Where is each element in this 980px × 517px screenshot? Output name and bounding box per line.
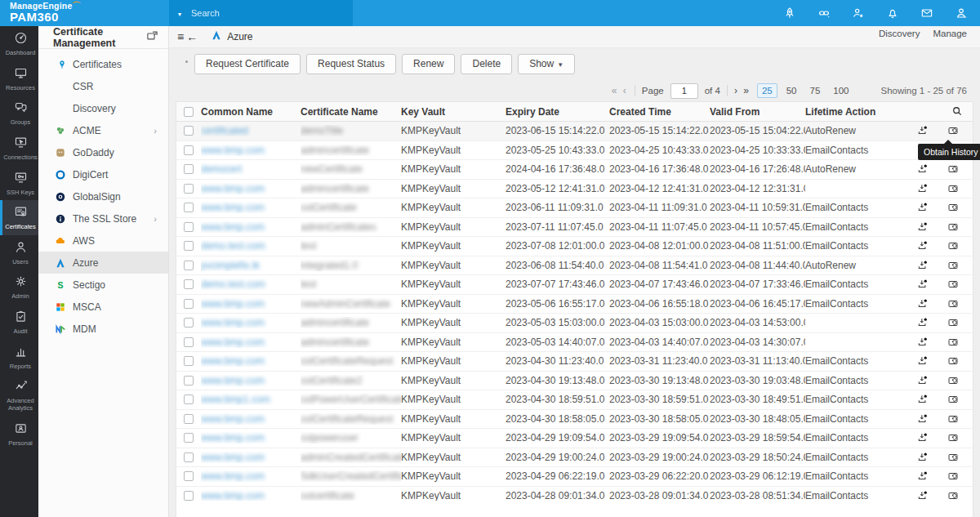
obtain-certificate-icon[interactable] [916, 355, 929, 368]
obtain-certificate-icon[interactable] [916, 240, 929, 252]
mail-icon[interactable] [920, 6, 934, 20]
row-checkbox[interactable] [184, 261, 194, 270]
obtain-history-icon[interactable] [947, 279, 959, 291]
select-all-checkbox[interactable] [184, 107, 194, 117]
common-name-link[interactable]: pvcimplefix.tk [201, 260, 260, 271]
obtain-history-icon[interactable] [947, 355, 959, 368]
discovery-link[interactable]: Discovery [879, 29, 920, 38]
obtain-history-icon[interactable] [947, 240, 959, 252]
popout-window-icon[interactable] [146, 29, 158, 45]
sidebar-item-digicert[interactable]: DigiCert [38, 163, 168, 185]
sidebar-item-certificates[interactable]: Certificates [38, 53, 168, 75]
common-name-link[interactable]: www.bmp.com [201, 221, 265, 233]
rail-item-reports[interactable]: Reports [0, 340, 38, 375]
obtain-certificate-icon[interactable] [916, 470, 929, 483]
obtain-history-icon[interactable] [947, 221, 959, 233]
row-checkbox[interactable] [184, 452, 194, 462]
common-name-link[interactable]: certificated [201, 125, 248, 136]
common-name-link[interactable]: www.bmp.com [201, 145, 265, 156]
search-scope-caret-icon[interactable]: ▾ [178, 11, 181, 18]
row-checkbox[interactable] [184, 318, 194, 328]
obtain-certificate-icon[interactable] [916, 451, 929, 463]
obtain-history-icon[interactable] [947, 489, 959, 501]
common-name-link[interactable]: www.bmp.com [201, 298, 265, 310]
collapse-menu-icon[interactable]: ≡ [177, 30, 184, 43]
row-checkbox[interactable] [184, 376, 194, 386]
obtain-history-icon[interactable] [947, 374, 959, 386]
page-size-25[interactable]: 25 [757, 83, 777, 98]
obtain-history-icon[interactable] [947, 182, 959, 194]
pagination-next-last[interactable]: › » [734, 85, 751, 96]
common-name-link[interactable]: www.bmp.com [201, 202, 265, 213]
column-header-key-vault[interactable]: Key Vault [401, 106, 506, 118]
sidebar-item-azure[interactable]: Azure [38, 252, 168, 274]
link-dropdown-icon[interactable] [817, 6, 831, 20]
common-name-link[interactable]: demo.test.com [201, 279, 265, 290]
sidebar-item-sectigo[interactable]: SSectigo [38, 274, 168, 296]
common-name-link[interactable]: www.bmp1.com [201, 394, 270, 405]
obtain-history-icon[interactable] [947, 470, 959, 483]
obtain-history-icon[interactable] [947, 412, 959, 425]
row-checkbox[interactable] [184, 184, 194, 194]
obtain-certificate-icon[interactable] [916, 489, 929, 501]
pagination-first-prev[interactable]: « ‹ [612, 85, 628, 96]
user-star-icon[interactable] [851, 6, 866, 20]
show-button[interactable]: Show▼ [518, 54, 575, 74]
column-header-expiry-date[interactable]: Expiry Date [506, 106, 609, 118]
row-checkbox[interactable] [184, 471, 194, 481]
request-status-button[interactable]: Request Status [306, 54, 396, 74]
rail-item-advanced-analytics[interactable]: Advanced Analytics [0, 374, 38, 416]
obtain-certificate-icon[interactable] [916, 336, 929, 348]
row-checkbox[interactable] [184, 394, 194, 404]
request-certificate-button[interactable]: Request Certificate [194, 54, 301, 74]
column-header-certificate-name[interactable]: Certificate Name [301, 106, 401, 118]
obtain-certificate-icon[interactable] [916, 279, 929, 291]
rail-item-connections[interactable]: Connections [0, 131, 38, 166]
table-search-icon[interactable] [951, 105, 963, 120]
row-checkbox[interactable] [184, 222, 194, 232]
common-name-link[interactable]: www.bmp.com [201, 413, 265, 425]
page-size-100[interactable]: 100 [829, 84, 853, 97]
rail-item-groups[interactable]: Groups [0, 96, 38, 131]
renew-button[interactable]: Renew [402, 54, 455, 74]
common-name-link[interactable]: democert [201, 163, 242, 175]
obtain-history-icon[interactable] [947, 259, 959, 271]
sidebar-item-csr[interactable]: CSR [38, 75, 168, 97]
sidebar-item-globalsign[interactable]: GlobalSign [38, 185, 168, 207]
obtain-certificate-icon[interactable] [916, 125, 929, 137]
sidebar-item-msca[interactable]: MSCA [38, 296, 168, 318]
obtain-certificate-icon[interactable] [916, 182, 929, 194]
obtain-certificate-icon[interactable] [916, 297, 929, 310]
manage-link[interactable]: Manage [933, 29, 967, 38]
row-checkbox[interactable] [184, 126, 194, 136]
rail-item-dashboard[interactable]: Dashboard [0, 26, 38, 61]
row-checkbox[interactable] [184, 145, 194, 155]
row-checkbox[interactable] [184, 299, 194, 309]
rail-item-admin[interactable]: Admin [0, 270, 38, 305]
sidebar-item-acme[interactable]: ACME› [38, 119, 168, 141]
column-header-common-name[interactable]: Common Name [201, 106, 301, 118]
column-header-valid-from[interactable]: Valid From [710, 106, 805, 118]
common-name-link[interactable]: www.bmp.com [201, 355, 265, 367]
obtain-history-icon[interactable] [947, 297, 959, 310]
obtain-certificate-icon[interactable] [916, 221, 929, 233]
obtain-certificate-icon[interactable] [916, 163, 929, 176]
sidebar-item-mdm[interactable]: MDM [38, 318, 168, 340]
sidebar-item-godaddy[interactable]: GoDaddy [38, 141, 168, 163]
obtain-certificate-icon[interactable] [916, 259, 929, 271]
obtain-history-icon[interactable] [947, 317, 959, 329]
row-checkbox[interactable] [184, 414, 194, 424]
row-checkbox[interactable] [184, 491, 194, 501]
row-checkbox[interactable] [184, 241, 194, 251]
chevron-right-icon[interactable]: › [154, 126, 157, 136]
row-checkbox[interactable] [184, 164, 194, 174]
obtain-certificate-icon[interactable] [916, 412, 929, 425]
obtain-history-icon[interactable] [947, 125, 959, 137]
common-name-link[interactable]: www.bmp.com [201, 317, 265, 328]
sidebar-item-aws[interactable]: AWS [38, 230, 168, 252]
search-input[interactable] [191, 8, 322, 18]
rail-item-audit[interactable]: Audit [0, 305, 38, 340]
obtain-certificate-icon[interactable] [916, 374, 929, 386]
back-arrow-icon[interactable]: ← [186, 30, 198, 43]
rocket-icon[interactable] [782, 6, 797, 20]
